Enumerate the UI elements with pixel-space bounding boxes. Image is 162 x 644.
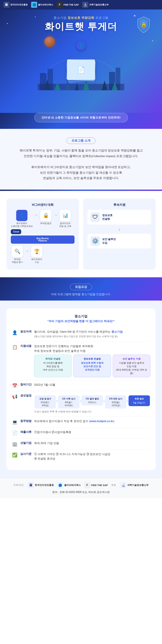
footer-logo-kised: 🏛 한국인터넷진흥원 bbox=[28, 482, 54, 488]
vuln-box-title: 취약점 컨설팅 bbox=[36, 357, 70, 361]
whitehacker-icon: 👤 bbox=[16, 210, 27, 221]
documents-label: 제출서류 bbox=[20, 430, 32, 434]
svg-text:🔒: 🔒 bbox=[141, 21, 147, 27]
eval-icon: 🔍 bbox=[12, 246, 23, 257]
tl-apply-title: 모집 및 접수 bbox=[35, 397, 55, 400]
flow-row-2: 🔍 취약점적합성 평가 → 🏆 화이트해커시상 bbox=[11, 246, 74, 264]
intro-line1: '화이트헷 투게더'는 정부, 기업, 사람이 함께 힘을 모아 중소기업의 정… bbox=[19, 149, 143, 152]
schedule-icon: 📢 bbox=[12, 394, 18, 399]
doc-front: 📄 bbox=[67, 60, 95, 80]
kised-label: 한국인터넷진흥원 bbox=[10, 3, 28, 6]
support-content-label: 지원내용 bbox=[20, 344, 32, 348]
sparkle-2: ✦ bbox=[7, 22, 8, 25]
schedule-label: 공모일정 bbox=[20, 394, 32, 398]
recruit-subtitle: "우리 기업의 보안역량을 한층 더 업그레이드 하세요!" bbox=[12, 319, 150, 323]
tl-apply-date: 5/10(화)~6/5(일) bbox=[35, 401, 55, 407]
hero-title: 화이트햇 투게더 bbox=[9, 21, 153, 32]
recruit-main-title: 중소기업 bbox=[12, 314, 150, 318]
schedule-note: ※상기 일정은 추후 측 사정에 따라 변경될 수 있습니다. bbox=[34, 410, 150, 414]
cloud-section: Cloud Bug BountyPlatform bbox=[11, 229, 74, 244]
footer-olive-icon: 🔵 bbox=[57, 482, 63, 488]
intro-line4: 보안 전문가들이 그 취약점을 중소기업이 잘 개선할 수 있도록 bbox=[40, 171, 122, 174]
intro-line3: 화이트해커가 버그바운티로 중소기업의 보안 취약점을 찾아내면 포상하고, bbox=[31, 166, 131, 169]
tl-review2-title: 2차 대면 심사 bbox=[106, 397, 125, 400]
apply-method-label: 응무방법 bbox=[20, 419, 32, 423]
hero-subtitle-highlight: 정보보호 역량강화 bbox=[68, 16, 95, 20]
vuln-icon: 🔒 bbox=[40, 210, 51, 221]
program-grid: 버그바운티 대회 👤 화이트해커신원안증 | VD접속정보 → 🔒 취약점 발견… bbox=[7, 199, 155, 270]
footer-logo-ftg: F FIND THE GAP bbox=[84, 482, 108, 488]
footer-kised-label: 한국인터넷진흥원 bbox=[35, 484, 54, 487]
support-items-list: 🛡 정보보호컨설팅 ↓ ⚙️ 보안 솔루션도입 bbox=[88, 210, 151, 248]
tl-review2: 2차 대면 심사 6/20(월)~6/24(금) bbox=[105, 395, 127, 408]
solution-box-content: 기업별 맞춤 보안 솔루션도입 지원(최대 600만원, 자부담 10% 포함) bbox=[115, 361, 148, 375]
solution-icon: ⚙️ bbox=[91, 236, 100, 246]
period-content: 2022년 7월~12월 bbox=[34, 383, 150, 387]
hero-cta-button[interactable]: 인터넷·내 소중한 기업정보를 사이버 위협으로부터 안전하게! bbox=[34, 113, 128, 122]
selected-icon: 🏢 bbox=[12, 442, 18, 447]
tl-final-date: 6월 29일(수) bbox=[129, 401, 149, 405]
consulting-icon: 🛡 bbox=[91, 212, 100, 222]
sparkle-4: ✦ bbox=[35, 16, 36, 18]
shield-graphic: 🔒 bbox=[136, 16, 151, 34]
documents-content: ①참가지원서 ②사업자등록증 bbox=[34, 430, 150, 434]
flow-award: 🏆 화이트해커시상 bbox=[30, 246, 43, 264]
footer-kised-icon: 🏛 bbox=[28, 482, 34, 488]
selected-label: 선발기업 bbox=[20, 441, 32, 445]
bugbounty-box: 버그바운티 대회 👤 화이트해커신원안증 | VD접속정보 → 🔒 취약점 발견… bbox=[7, 199, 79, 270]
support-item-solution: ⚙️ 보안 솔루션도입 bbox=[88, 234, 151, 248]
oligreen-label: 올리브테크웍스 bbox=[38, 3, 53, 6]
support-type-solution: 보안 솔루션 지원 기업별 맞춤 보안 솔루션도입 지원(최대 600만원, 자… bbox=[113, 355, 150, 378]
apply-method-icon: 💻 bbox=[12, 420, 18, 425]
tl-result1-title: 1차 결과 발표 bbox=[82, 397, 102, 400]
vuln-box-content: 버그바운티를 통해해킹 점검 및내부 보안사고 대응 bbox=[36, 361, 70, 372]
logo-oligreen: 🔵 올리브테크웍스 bbox=[31, 2, 53, 8]
support-content-icon: 📋 bbox=[12, 344, 18, 350]
tl-final: 최종 발표 6월 29일(수) bbox=[128, 395, 150, 406]
period-icon: 📅 bbox=[12, 383, 18, 388]
eval-label: 취약점적합성 평가 bbox=[12, 258, 23, 264]
msit-icon: 🔬 bbox=[82, 2, 88, 8]
tl-result1: 1차 결과 발표 6/15(수) bbox=[81, 395, 103, 406]
doc-stack: 📄 bbox=[64, 58, 98, 82]
criteria-label: 심사기준 bbox=[20, 452, 32, 456]
support-item-consulting: 🛡 정보보호컨설팅 bbox=[88, 210, 151, 224]
findthegap-label: FIND THE GAP bbox=[63, 4, 79, 6]
footer-ftg-icon: F bbox=[84, 482, 90, 488]
support-title: 후속지원 bbox=[88, 203, 151, 207]
award-icon: 🏆 bbox=[31, 246, 42, 257]
footer-role-sponsor: 후원 bbox=[111, 484, 116, 487]
oligreen-icon: 🔵 bbox=[31, 2, 37, 8]
down-arrow: ↓ bbox=[88, 227, 151, 232]
row-period: 📅 참여기간 2022년 7월~12월 bbox=[12, 380, 150, 391]
findthegap-icon: F bbox=[57, 2, 63, 8]
flow-report: 📊 결과리포트전달 및 교육 bbox=[59, 210, 72, 228]
person-icon: 👤 bbox=[76, 41, 86, 50]
vuln-label: 취약점 발견 bbox=[40, 222, 52, 225]
arrow-1: → bbox=[34, 213, 38, 218]
flow-vuln: 🔒 취약점 발견 bbox=[39, 210, 52, 225]
section-intro: 프로그램 소개 '화이트헷 투게더'는 정부, 기업, 사람이 함께 힘을 모아… bbox=[0, 129, 162, 190]
footer-olive-label: 올리브테크웍스 bbox=[64, 484, 81, 487]
bug-bounty-platform: Bug BountyPlatform bbox=[11, 236, 74, 244]
flow-eval: 🔍 취약점적합성 평가 bbox=[11, 246, 24, 264]
report-label: 결과리포트전달 및 교육 bbox=[59, 222, 71, 228]
sparkle-1: ✦ bbox=[133, 14, 136, 18]
eligibility-icon: 👤 bbox=[12, 330, 18, 335]
section-program: 버그바운티 대회 👤 화이트해커신원안증 | VD접속정보 → 🔒 취약점 발견… bbox=[0, 191, 162, 277]
hero-cta-wrapper: 인터넷·내 소중한 기업정보를 사이버 위협으로부터 안전하게! bbox=[0, 113, 162, 129]
tl-review1-box: 1차 서류 심사 6/6(월)~6/14(화) bbox=[58, 395, 79, 408]
tl-final-title: 최종 발표 bbox=[129, 397, 149, 400]
recruit-inner: 중소기업 "우리 기업의 보안역량을 한층 더 업그레이드 하세요!" 👤 응모… bbox=[7, 308, 155, 470]
tree-6 bbox=[93, 83, 97, 90]
apply-method-content: 허브팟에서 참가지원서 작성 후 온라인 접수 (www.hubpot.co.k… bbox=[34, 419, 150, 424]
row-apply-method: 💻 응무방법 허브팟에서 참가지원서 작성 후 온라인 접수 (www.hubp… bbox=[12, 416, 150, 428]
arrow-2: → bbox=[54, 213, 57, 218]
tree-8 bbox=[112, 82, 118, 90]
row-criteria: ✅ 심사기준 ① 사회적 가여도 ② 비즈니스 지속가능성 ③ 정보보안 시급성… bbox=[12, 450, 150, 464]
tl-review2-date: 6/20(월)~6/24(금) bbox=[106, 401, 125, 407]
tree-7 bbox=[102, 80, 108, 90]
tl-result1-box: 1차 결과 발표 6/15(수) bbox=[82, 395, 103, 406]
infosec-box-content: 정보보호 정책 수립과보안수준 진단 및조직망인 자원 bbox=[75, 361, 109, 372]
tl-final-box: 최종 발표 6월 29일(수) bbox=[128, 395, 150, 406]
